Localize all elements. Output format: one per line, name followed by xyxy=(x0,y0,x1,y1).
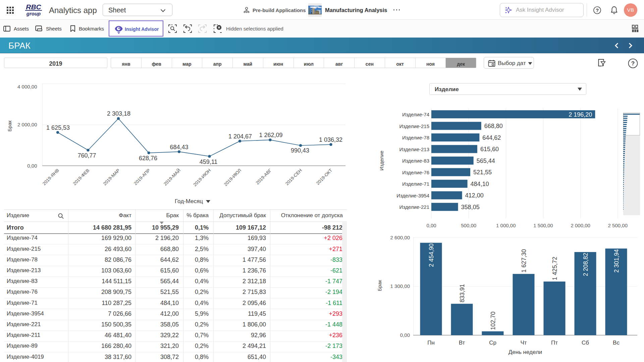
svg-text:?: ? xyxy=(596,7,599,13)
svg-text:1 627,30: 1 627,30 xyxy=(521,249,527,273)
svg-text:Пт: Пт xyxy=(551,340,558,346)
svg-text:0,00: 0,00 xyxy=(400,332,410,338)
svg-text:2 000,00: 2 000,00 xyxy=(571,223,590,228)
svg-text:2 208,82: 2 208,82 xyxy=(582,253,589,276)
svg-text:1 036,32: 1 036,32 xyxy=(319,136,342,143)
svg-text:Изделие: Изделие xyxy=(379,150,384,170)
svg-text:102,70: 102,70 xyxy=(490,311,496,330)
svg-text:615,60: 615,60 xyxy=(480,146,499,153)
svg-text:2 600,00: 2 600,00 xyxy=(390,235,410,240)
svg-text:2019-ФЕВ: 2019-ФЕВ xyxy=(72,168,91,186)
svg-text:0,00: 0,00 xyxy=(426,223,436,228)
svg-text:4 000,00: 4 000,00 xyxy=(17,84,37,89)
svg-text:1 625,53: 1 625,53 xyxy=(46,124,70,131)
svg-text:2 301,94: 2 301,94 xyxy=(613,249,620,273)
svg-text:412,00: 412,00 xyxy=(465,192,484,199)
svg-text:Изделие-78: Изделие-78 xyxy=(402,135,429,140)
svg-text:2 000,00: 2 000,00 xyxy=(17,122,37,127)
svg-text:Изделие-3954: Изделие-3954 xyxy=(396,193,429,198)
svg-text:Чт: Чт xyxy=(520,340,527,346)
svg-text:Вт: Вт xyxy=(459,340,465,346)
svg-text:Изделие-76: Изделие-76 xyxy=(402,170,429,175)
svg-text:Брак: Брак xyxy=(7,120,12,132)
svg-text:2 196,20: 2 196,20 xyxy=(569,111,592,118)
svg-text:760,77: 760,77 xyxy=(77,152,96,159)
svg-text:0,00: 0,00 xyxy=(27,163,37,169)
svg-text:2019-ЯНВ: 2019-ЯНВ xyxy=(42,168,60,186)
svg-text:2 303,18: 2 303,18 xyxy=(107,110,130,117)
svg-text:1 300,00: 1 300,00 xyxy=(390,283,410,289)
svg-text:1 500,00: 1 500,00 xyxy=(533,223,553,228)
svg-text:1 425,72: 1 425,72 xyxy=(551,257,558,280)
svg-text:521,55: 521,55 xyxy=(473,169,492,176)
svg-text:2019-ОКТ: 2019-ОКТ xyxy=(315,168,333,186)
svg-text:459,11: 459,11 xyxy=(200,159,218,165)
svg-text:?: ? xyxy=(631,60,635,67)
svg-text:2019-СЕН: 2019-СЕН xyxy=(284,168,303,186)
svg-text:500,00: 500,00 xyxy=(461,223,476,228)
svg-text:Брак: Брак xyxy=(377,280,382,291)
svg-text:2019-МАЙ: 2019-МАЙ xyxy=(163,168,181,187)
svg-text:484,10: 484,10 xyxy=(471,181,489,187)
svg-text:668,80: 668,80 xyxy=(484,123,503,129)
svg-text:Изделие-74: Изделие-74 xyxy=(402,112,429,117)
svg-text:2 454,90: 2 454,90 xyxy=(428,243,435,267)
svg-text:Пн: Пн xyxy=(427,340,435,346)
svg-text:Изделие-215: Изделие-215 xyxy=(399,123,429,129)
svg-text:833,91: 833,91 xyxy=(459,284,466,302)
svg-text:2019-АВГ: 2019-АВГ xyxy=(255,168,273,185)
svg-text:1 204,67: 1 204,67 xyxy=(228,133,252,140)
svg-text:2 500,00: 2 500,00 xyxy=(608,223,628,228)
svg-text:2019-АПР: 2019-АПР xyxy=(133,168,151,186)
svg-text:644,62: 644,62 xyxy=(482,134,501,141)
svg-text:Вс: Вс xyxy=(613,340,620,346)
svg-text:Сб: Сб xyxy=(582,340,589,346)
svg-text:Изделие-83: Изделие-83 xyxy=(402,158,429,164)
svg-text:День недели: День недели xyxy=(508,349,542,355)
svg-text:2019-ИЮН: 2019-ИЮН xyxy=(192,168,212,187)
svg-text:628,76: 628,76 xyxy=(139,155,157,162)
svg-text:1 000,00: 1 000,00 xyxy=(496,223,516,228)
svg-text:Ср: Ср xyxy=(489,340,496,346)
svg-text:Изделие-221: Изделие-221 xyxy=(399,204,429,210)
svg-text:Изделие: Изделие xyxy=(435,86,459,93)
svg-text:2019-ИЮЛ: 2019-ИЮЛ xyxy=(223,168,242,187)
svg-text:565,44: 565,44 xyxy=(477,158,495,164)
svg-text:990,43: 990,43 xyxy=(291,147,309,154)
svg-text:1 262,09: 1 262,09 xyxy=(259,132,282,138)
svg-text:Год-Месяц: Год-Месяц xyxy=(175,198,203,204)
svg-text:2019-МАР: 2019-МАР xyxy=(102,168,121,187)
svg-text:358,05: 358,05 xyxy=(461,204,480,210)
svg-text:Изделие-213: Изделие-213 xyxy=(399,146,429,152)
svg-text:Изделие-71: Изделие-71 xyxy=(402,181,429,187)
svg-text:684,43: 684,43 xyxy=(170,144,188,150)
